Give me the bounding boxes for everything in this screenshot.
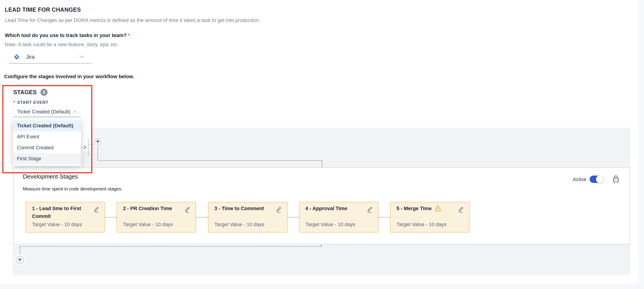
stage-card-title-text: 4 - Approval Time: [305, 205, 347, 211]
card-connector: [288, 217, 299, 217]
stage-card-1[interactable]: 1 - Lead time to First Commit Target Val…: [26, 202, 105, 232]
edit-icon[interactable]: [93, 206, 100, 213]
start-event-value: Ticket Created (Default): [17, 109, 70, 115]
stage-card-title: 3 - Time to Comment: [214, 205, 273, 212]
stage-card-title: 1 - Lead time to First Commit: [32, 205, 90, 220]
add-stage-button-bottom[interactable]: +: [16, 256, 24, 264]
connector-dash-to-plus: [89, 145, 94, 145]
tool-note: Note: A task could be a new feature, sto…: [5, 42, 119, 48]
development-stages-description: Measure time spent in code development s…: [23, 186, 122, 192]
stage-card-title-text: 1 - Lead time to First Commit: [32, 205, 81, 219]
stage-card-target: Target Value - 10 days: [305, 221, 355, 227]
menu-item-ticket-created[interactable]: Ticket Created (Default): [13, 120, 81, 131]
edit-icon[interactable]: [366, 206, 373, 213]
warning-icon: [434, 205, 441, 211]
connector-vertical-4: [20, 247, 20, 256]
stages-heading: STAGES: [13, 89, 37, 96]
active-toggle[interactable]: [590, 176, 604, 183]
tool-question-label: Which tool do you use to track tasks in …: [5, 33, 130, 39]
card-connector: [105, 217, 116, 217]
stage-card-2[interactable]: 2 - PR Creation Time Target Value - 10 d…: [116, 202, 196, 232]
lead-time-config-screen: LEAD TIME FOR CHANGES Lead Time for Chan…: [0, 0, 644, 289]
edit-icon[interactable]: [458, 206, 464, 213]
connector-dotted-horizontal-bottom: [20, 246, 321, 247]
lock-icon[interactable]: [612, 175, 619, 183]
start-event-label: *START EVENT: [13, 100, 48, 105]
card-connector: [196, 217, 208, 217]
stage-card-target: Target Value - 10 days: [214, 221, 264, 227]
card-connector: [378, 217, 390, 217]
start-event-label-text: START EVENT: [17, 100, 48, 105]
start-node-edge-line: [88, 139, 88, 156]
stage-card-target: Target Value - 10 days: [32, 221, 82, 227]
required-asterisk: *: [13, 100, 15, 105]
stage-card-target: Target Value - 10 days: [396, 221, 446, 227]
development-stages-heading: Development Stages: [23, 173, 78, 180]
stage-card-target: Target Value - 10 days: [123, 221, 173, 227]
task-tool-value: Jira: [26, 54, 34, 60]
stage-card-title: 2 - PR Creation Time: [123, 205, 182, 212]
stage-card-title: 5 - Merge Time: [396, 205, 455, 212]
connector-vertical-1: [98, 146, 98, 160]
required-asterisk: *: [128, 33, 130, 38]
jira-icon: [13, 54, 20, 60]
task-tool-select[interactable]: Jira: [9, 51, 92, 64]
stage-card-title-text: 5 - Merge Time: [396, 205, 432, 211]
menu-item-first-stage[interactable]: First Stage: [13, 153, 81, 164]
stages-count-badge: 5: [40, 89, 48, 96]
toggle-knob: [596, 175, 604, 183]
start-event-select[interactable]: Ticket Created (Default): [13, 107, 81, 117]
stages-heading-row: STAGES 5: [13, 89, 48, 96]
stage-card-title: 4 - Approval Time: [305, 205, 364, 212]
edit-icon[interactable]: [276, 206, 282, 213]
add-stage-button-top[interactable]: +: [94, 138, 102, 146]
menu-item-api-event[interactable]: API Event: [13, 131, 81, 142]
tool-question-text: Which tool do you use to track tasks in …: [5, 33, 126, 38]
start-event-dropdown-menu: Ticket Created (Default) API Event Commi…: [13, 119, 81, 166]
stage-card-4[interactable]: 4 - Approval Time Target Value - 10 days: [299, 202, 378, 232]
stage-card-title-text: 3 - Time to Comment: [214, 205, 264, 211]
connector-dotted-horizontal-top: [98, 160, 322, 161]
page-title: LEAD TIME FOR CHANGES: [5, 7, 81, 13]
page-subtitle: Lead Time for Changes as per DORA metric…: [5, 17, 260, 23]
menu-item-commit-created[interactable]: Commit Created: [13, 142, 81, 153]
edit-icon[interactable]: [184, 206, 190, 213]
chevron-down-icon: [79, 55, 84, 59]
chevron-up-icon: [72, 110, 78, 113]
stage-card-5[interactable]: 5 - Merge Time Target Value - 10 days: [390, 202, 470, 232]
active-status-label: Active: [558, 176, 586, 182]
connector-vertical-2: [322, 161, 322, 168]
stage-card-title-text: 2 - PR Creation Time: [123, 205, 172, 211]
stage-card-3[interactable]: 3 - Time to Comment Target Value - 10 da…: [208, 202, 288, 232]
configure-instruction: Configure the stages involved in your wo…: [4, 74, 134, 80]
